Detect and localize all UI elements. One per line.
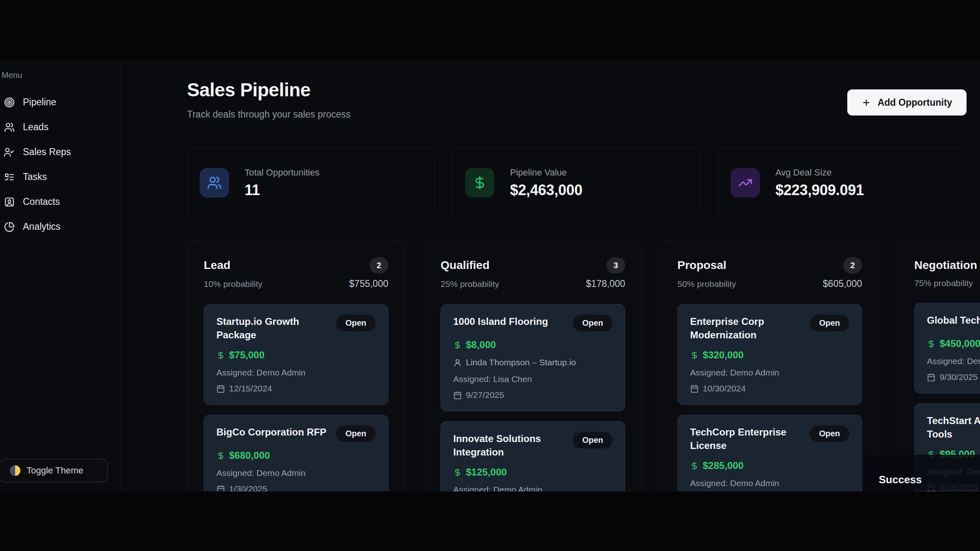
stat-value: $2,463,000 <box>510 182 582 199</box>
sidebar-item-label: Pipeline <box>23 97 56 108</box>
opportunity-card[interactable]: BigCo Corporation RFP Open $680,000 Assi… <box>204 415 388 491</box>
column-probability: 75% probability <box>914 278 973 288</box>
kanban-column-negotiation: Negotiation 75% probability Global Tech … <box>898 241 980 491</box>
card-assigned: Assigned: Demo Admin <box>453 485 612 491</box>
users-icon <box>4 122 15 133</box>
toggle-theme-button[interactable]: Toggle Theme <box>0 459 108 482</box>
target-icon <box>4 97 15 108</box>
column-title: Negotiation <box>914 259 977 272</box>
column-count-badge: 3 <box>606 257 625 273</box>
sidebar-item-leads[interactable]: Leads <box>0 115 120 140</box>
plus-icon <box>862 98 871 107</box>
add-opportunity-button[interactable]: Add Opportunity <box>847 89 967 116</box>
card-value: $8,000 <box>466 339 496 351</box>
sidebar-item-contacts[interactable]: Contacts <box>0 189 120 214</box>
toast-title: Success <box>879 473 922 486</box>
sidebar-item-label: Analytics <box>23 221 60 232</box>
sidebar-item-label: Contacts <box>23 196 60 207</box>
card-assigned: Assigned: Lisa Chen <box>453 374 612 384</box>
stat-label: Avg Deal Size <box>775 167 864 178</box>
sidebar-item-pipeline[interactable]: Pipeline <box>0 90 120 115</box>
kanban-column-lead: Lead 2 10% probability $755,000 Startup.… <box>187 241 405 491</box>
opportunity-card[interactable]: 1000 Island Flooring Open $8,000 Linda T… <box>441 304 625 411</box>
kanban-column-proposal: Proposal 2 50% probability $605,000 Ente… <box>661 241 879 491</box>
stat-label: Pipeline Value <box>510 167 582 178</box>
column-total: $178,000 <box>586 278 625 289</box>
success-toast: Success <box>864 455 980 491</box>
status-badge: Open <box>810 315 849 331</box>
card-date: 12/15/2024 <box>229 384 272 393</box>
main-content: Sales Pipeline Track deals through your … <box>121 62 980 491</box>
status-badge: Open <box>573 432 612 449</box>
sidebar-item-sales-reps[interactable]: Sales Reps <box>0 140 120 164</box>
list-todo-icon <box>4 172 15 182</box>
card-date: 9/30/2025 <box>940 372 978 382</box>
card-title: TechCorp Enterprise License <box>690 425 786 452</box>
sidebar-item-label: Tasks <box>23 171 47 182</box>
calendar-icon <box>216 384 225 393</box>
user-check-icon <box>4 147 15 158</box>
stat-card-avg-deal-size: Avg Deal Size $223,909.091 <box>718 148 966 218</box>
card-value: $680,000 <box>229 450 270 461</box>
stat-card-total-opportunities: Total Opportunities 11 <box>187 148 435 218</box>
dollar-icon <box>690 462 699 470</box>
stat-card-pipeline-value: Pipeline Value $2,463,000 <box>452 148 700 218</box>
sidebar: Menu Pipeline Leads Sales Reps Tasks <box>0 62 120 491</box>
card-assigned: Assigned: Demo Admin <box>690 368 849 378</box>
card-assigned: Assigned: Demo Admin <box>927 356 980 366</box>
column-count-badge: 2 <box>370 257 388 273</box>
card-date: 9/27/2025 <box>466 390 504 400</box>
calendar-icon <box>927 373 935 382</box>
page-title: Sales Pipeline <box>187 79 310 101</box>
dollar-icon <box>927 340 935 348</box>
stat-value: 11 <box>245 182 319 199</box>
kanban-column-qualified: Qualified 3 25% probability $178,000 100… <box>424 241 642 491</box>
opportunity-card[interactable]: Innovate Solutions Integration Open $125… <box>441 421 625 491</box>
column-total: $605,000 <box>823 278 862 289</box>
card-title: TechStart Analytics Tools <box>927 414 980 441</box>
column-probability: 10% probability <box>204 279 263 289</box>
opportunity-card[interactable]: Enterprise Corp Modernization Open $320,… <box>677 304 862 405</box>
trending-up-icon <box>731 168 760 198</box>
opportunity-card[interactable]: Startup.io Growth Package Open $75,000 A… <box>204 304 388 405</box>
dollar-icon <box>465 168 494 198</box>
contact-card-icon <box>4 197 15 207</box>
opportunity-card[interactable]: Global Tech Expansion Open $450,000 Assi… <box>914 303 980 393</box>
card-value: $75,000 <box>229 349 265 361</box>
page-subtitle: Track deals through your sales process <box>187 109 351 120</box>
card-date: 10/30/2024 <box>703 384 746 393</box>
dollar-icon <box>690 351 699 360</box>
stat-value: $223,909.091 <box>775 182 864 199</box>
status-badge: Open <box>336 315 376 331</box>
status-badge: Open <box>336 425 376 442</box>
status-badge: Open <box>573 315 612 331</box>
sidebar-nav: Pipeline Leads Sales Reps Tasks Contacts <box>0 90 120 239</box>
card-value: $125,000 <box>466 467 507 478</box>
card-value: $320,000 <box>703 349 744 361</box>
sidebar-item-tasks[interactable]: Tasks <box>0 164 120 189</box>
sidebar-item-label: Leads <box>23 122 49 133</box>
calendar-icon <box>690 384 699 393</box>
opportunity-card[interactable]: TechCorp Enterprise License Open $285,00… <box>677 415 862 491</box>
users-icon <box>200 168 229 198</box>
card-assigned: Assigned: Demo Admin <box>690 478 849 488</box>
add-opportunity-label: Add Opportunity <box>878 97 952 108</box>
app-window: Menu Pipeline Leads Sales Reps Tasks <box>0 61 980 491</box>
status-badge: Open <box>810 425 849 442</box>
dollar-icon <box>216 451 225 460</box>
menu-section-label: Menu <box>2 71 120 80</box>
card-title: BigCo Corporation RFP <box>216 425 326 439</box>
stat-label: Total Opportunities <box>245 167 319 178</box>
column-title: Proposal <box>677 259 726 272</box>
dollar-icon <box>453 341 462 349</box>
card-title: 1000 Island Flooring <box>453 315 548 328</box>
card-title: Global Tech Expansion <box>927 313 980 327</box>
pie-chart-icon <box>4 222 15 232</box>
calendar-icon <box>453 391 462 400</box>
sidebar-item-label: Sales Reps <box>23 147 71 158</box>
column-count-badge: 2 <box>843 257 862 273</box>
column-probability: 50% probability <box>677 279 736 289</box>
card-date: 1/30/2025 <box>229 484 267 491</box>
sidebar-item-analytics[interactable]: Analytics <box>0 214 120 239</box>
card-value: $450,000 <box>940 338 980 349</box>
